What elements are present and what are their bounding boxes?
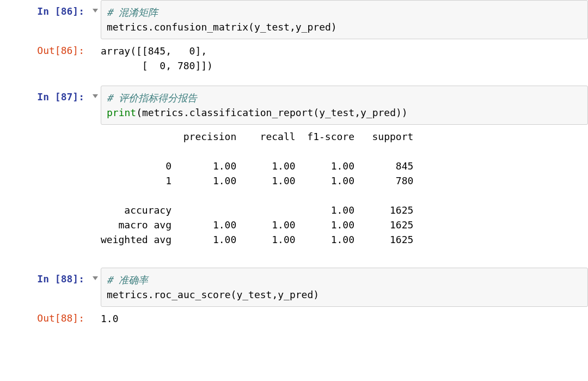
code-input-87[interactable]: # 评价指标得分报告 print(metrics.classification_… [101, 86, 588, 125]
prompt-out-87-empty [0, 125, 90, 251]
collapse-spacer [90, 39, 101, 77]
output-cell-88: Out[88]: 1.0 [0, 307, 588, 330]
code-comment: # 准确率 [107, 274, 148, 286]
chevron-down-icon [93, 276, 98, 280]
code-input-86[interactable]: # 混淆矩阵 metrics.confusion_matrix(y_test,y… [101, 0, 588, 39]
collapse-toggle-88[interactable] [90, 268, 101, 307]
code-cell-87: In [87]: # 评价指标得分报告 print(metrics.classi… [0, 86, 588, 125]
code-line: metrics.confusion_matrix(y_test,y_pred) [107, 21, 337, 33]
collapse-toggle-86[interactable] [90, 0, 101, 39]
prompt-in-86: In [86]: [0, 0, 90, 39]
prompt-in-87: In [87]: [0, 86, 90, 125]
code-comment: # 混淆矩阵 [107, 7, 158, 18]
output-text-87: precision recall f1-score support 0 1.00… [101, 125, 588, 251]
collapse-spacer [90, 307, 101, 330]
code-rest: (metrics.classification_report(y_test,y_… [136, 107, 408, 118]
code-input-88[interactable]: # 准确率 metrics.roc_auc_score(y_test,y_pre… [101, 268, 588, 307]
prompt-in-88: In [88]: [0, 268, 90, 307]
code-comment: # 评价指标得分报告 [107, 92, 197, 104]
collapse-toggle-87[interactable] [90, 86, 101, 125]
output-text-86: array([[845, 0], [ 0, 780]]) [101, 39, 588, 77]
output-text-88: 1.0 [101, 307, 588, 330]
code-call: print [107, 107, 136, 118]
code-cell-88: In [88]: # 准确率 metrics.roc_auc_score(y_t… [0, 268, 588, 307]
chevron-down-icon [93, 94, 98, 98]
code-cell-86: In [86]: # 混淆矩阵 metrics.confusion_matrix… [0, 0, 588, 39]
chevron-down-icon [93, 9, 98, 13]
output-cell-86: Out[86]: array([[845, 0], [ 0, 780]]) [0, 39, 588, 77]
output-cell-87: precision recall f1-score support 0 1.00… [0, 125, 588, 251]
code-line: metrics.roc_auc_score(y_test,y_pred) [107, 289, 319, 300]
prompt-out-86: Out[86]: [0, 39, 90, 77]
prompt-out-88: Out[88]: [0, 307, 90, 330]
collapse-spacer [90, 125, 101, 251]
